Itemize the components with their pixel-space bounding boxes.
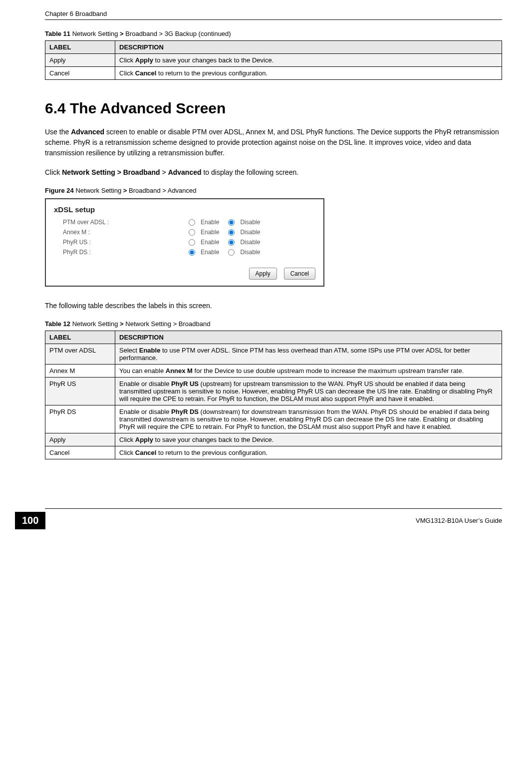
text: Click [119, 449, 135, 456]
text: to use PTM over ADSL. Since PTM has less… [119, 347, 470, 362]
table-row: Annex M You can enable Annex M for the D… [45, 365, 502, 378]
annexm-enable-radio[interactable] [189, 229, 195, 236]
table12-r4-desc: Click Apply to save your changes back to… [115, 433, 502, 446]
text: Apply [135, 436, 153, 443]
ptm-disable-radio[interactable] [228, 219, 235, 226]
table12-r0-label: PTM over ADSL [45, 344, 115, 365]
table12-r1-desc: You can enable Annex M for the Device to… [115, 365, 502, 378]
text: Enable [201, 229, 219, 236]
text: Disable [240, 219, 260, 226]
table12-r0-desc: Select Enable to use PTM over ADSL. Sinc… [115, 344, 502, 365]
table12-caption: Table 12 Network Setting > Network Setti… [45, 320, 502, 328]
text: Enable [201, 239, 219, 246]
text: to return to the previous configuration. [156, 449, 267, 456]
text: Network Setting > Broadband [62, 168, 160, 176]
annexm-disable-radio[interactable] [228, 229, 235, 236]
text: for the Device to use double upstream mo… [193, 367, 464, 375]
text: PhyR DS [171, 408, 199, 415]
table-row: PhyR DS Enable or disable PhyR DS (downs… [45, 405, 502, 433]
table12: LABEL DESCRIPTION PTM over ADSL Select E… [45, 331, 502, 459]
xdsl-label: PhyR DS : [54, 249, 184, 256]
text: Select [119, 347, 139, 354]
table12-r2-desc: Enable or disable PhyR US (upstream) for… [115, 378, 502, 405]
phyrus-disable-radio[interactable] [228, 239, 235, 246]
xdsl-row-ptm: PTM over ADSL : Enable Disable [54, 219, 315, 226]
text: to display the following screen. [202, 168, 299, 176]
text: screen to enable or disable PTM over ADS… [45, 128, 499, 157]
text: Enable or disable [119, 408, 171, 415]
text: Advanced [168, 168, 202, 176]
text: Click [119, 69, 135, 77]
page-footer: 100 VMG1312-B10A User’s Guide [0, 508, 532, 529]
text: Enable [139, 347, 161, 354]
guide-name: VMG1312-B10A User’s Guide [416, 517, 502, 524]
apply-button[interactable]: Apply [249, 268, 277, 280]
table11-r1-label: Cancel [45, 67, 115, 80]
table12-r3-label: PhyR DS [45, 405, 115, 433]
xdsl-row-phyrds: PhyR DS : Enable Disable [54, 249, 315, 256]
text: PhyR US [171, 380, 199, 387]
table-row: Apply Click Apply to save your changes b… [45, 433, 502, 446]
table12-caption-gt: > [120, 320, 124, 328]
table-row: Apply Click Apply to save your changes b… [45, 54, 502, 67]
text: You can enable [119, 367, 166, 375]
text: Annex M [166, 367, 193, 375]
table11-r0-label: Apply [45, 54, 115, 67]
text: Advanced [71, 128, 104, 136]
xdsl-label: Annex M : [54, 229, 184, 236]
table12-caption-num: Table 12 [45, 320, 72, 328]
table12-col-desc: DESCRIPTION [115, 331, 502, 344]
table-row: PhyR US Enable or disable PhyR US (upstr… [45, 378, 502, 405]
table11-r1-desc: Click Cancel to return to the previous c… [115, 67, 502, 80]
table12-r5-desc: Click Cancel to return to the previous c… [115, 446, 502, 459]
text: to save your changes back to the Device. [153, 56, 273, 64]
figure-caption-gt: > [123, 187, 127, 194]
phyrus-enable-radio[interactable] [189, 239, 195, 246]
table11: LABEL DESCRIPTION Apply Click Apply to s… [45, 40, 502, 80]
table11-col-desc: DESCRIPTION [115, 41, 502, 54]
table11-caption: Table 11 Network Setting > Broadband > 3… [45, 30, 502, 37]
section-heading: 6.4 The Advanced Screen [45, 100, 502, 117]
text: Click [119, 56, 135, 64]
figure-caption: Figure 24 Network Setting > Broadband > … [45, 187, 502, 194]
figure-caption-num: Figure 24 [45, 187, 75, 194]
cancel-button[interactable]: Cancel [284, 268, 315, 280]
text: Disable [240, 229, 260, 236]
section-para2: Click Network Setting > Broadband > Adva… [45, 167, 502, 178]
text: to save your changes back to the Device. [153, 436, 273, 443]
table11-caption-gt: > [120, 30, 124, 37]
ptm-enable-radio[interactable] [189, 219, 195, 226]
text: > [160, 168, 168, 176]
table12-r4-label: Apply [45, 433, 115, 446]
phyrds-enable-radio[interactable] [189, 249, 195, 256]
footer-rule [45, 508, 502, 509]
table11-caption-num: Table 11 [45, 30, 72, 37]
xdsl-title: xDSL setup [54, 205, 315, 214]
text: Cancel [135, 449, 157, 456]
header-rule [45, 19, 502, 20]
phyrds-disable-radio[interactable] [228, 249, 235, 256]
table11-col-label: LABEL [45, 41, 115, 54]
table12-r5-label: Cancel [45, 446, 115, 459]
text: Enable or disable [119, 380, 171, 387]
text: Enable [201, 249, 219, 256]
table-row: PTM over ADSL Select Enable to use PTM o… [45, 344, 502, 365]
text: to return to the previous configuration. [156, 69, 267, 77]
table12-r3-desc: Enable or disable PhyR DS (downstream) f… [115, 405, 502, 433]
text: Use the [45, 128, 71, 136]
text: Disable [240, 239, 260, 246]
text: Disable [240, 249, 260, 256]
page-number: 100 [15, 512, 45, 529]
text: Enable [201, 219, 219, 226]
table12-col-label: LABEL [45, 331, 115, 344]
xdsl-label: PTM over ADSL : [54, 219, 184, 226]
table-row: Cancel Click Cancel to return to the pre… [45, 67, 502, 80]
text: Apply [135, 56, 153, 64]
table11-r0-desc: Click Apply to save your changes back to… [115, 54, 502, 67]
section-para3: The following table describes the labels… [45, 301, 502, 311]
text: Cancel [135, 69, 157, 77]
table12-r2-label: PhyR US [45, 378, 115, 405]
table12-r1-label: Annex M [45, 365, 115, 378]
text: Click [119, 436, 135, 443]
xdsl-row-phyrus: PhyR US : Enable Disable [54, 239, 315, 246]
